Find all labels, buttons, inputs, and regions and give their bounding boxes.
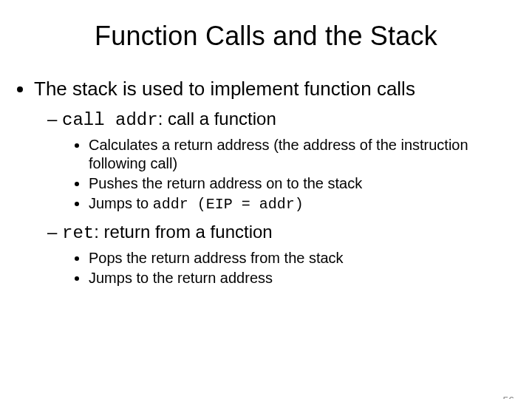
bullet-list-level3-ret: Pops the return address from the stack J… (47, 249, 510, 287)
slide-title: Function Calls and the Stack (0, 21, 532, 52)
slide-content: The stack is used to implement function … (0, 78, 532, 287)
bullet-main: The stack is used to implement function … (34, 78, 510, 287)
bullet-ret: ret: return from a function Pops the ret… (47, 221, 510, 287)
code-ret: ret (62, 223, 94, 243)
call-sub3: Jumps to addr (EIP = addr) (89, 194, 510, 214)
bullet-list-level3-call: Calculates a return address (the address… (47, 136, 510, 214)
bullet-call-desc: : call a function (158, 109, 276, 129)
call-sub1: Calculates a return address (the address… (89, 136, 510, 173)
code-addr-eip: addr (EIP = addr) (153, 196, 304, 213)
bullet-main-text: The stack is used to implement function … (34, 78, 415, 100)
call-sub3-text: Jumps to (89, 195, 153, 211)
call-sub2: Pushes the return address on to the stac… (89, 174, 510, 193)
ret-sub1: Pops the return address from the stack (89, 249, 510, 267)
page-number: 56 (502, 395, 514, 399)
bullet-list-level2: call addr: call a function Calculates a … (34, 108, 510, 287)
bullet-call: call addr: call a function Calculates a … (47, 108, 510, 214)
code-call-addr: call addr (62, 110, 158, 130)
bullet-ret-desc: : return from a function (94, 222, 272, 242)
ret-sub2: Jumps to the return address (89, 269, 510, 287)
bullet-list-level1: The stack is used to implement function … (19, 78, 510, 287)
slide: Function Calls and the Stack The stack i… (0, 21, 532, 399)
